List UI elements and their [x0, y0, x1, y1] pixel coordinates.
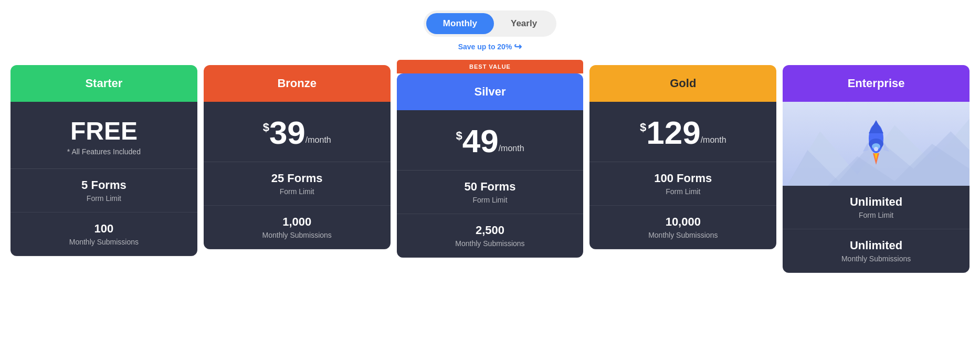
gold-plan-card: Gold $ 129 /month 100 Forms Form Limit 1…	[589, 65, 776, 249]
best-value-badge: BEST VALUE	[397, 60, 584, 73]
starter-submissions-row: 100 Monthly Submissions	[10, 213, 197, 256]
enterprise-plan-card: Enterprise	[783, 65, 970, 273]
bronze-price-amount: $ 39 /month	[212, 116, 382, 149]
silver-plan-wrapper: BEST VALUE Silver $ 49 /month 50 Forms F…	[397, 60, 584, 258]
starter-plan-card: Starter FREE * All Features Included 5 F…	[10, 65, 197, 256]
gold-price-amount: $ 129 /month	[598, 116, 768, 149]
enterprise-plan-name: Enterprise	[848, 77, 905, 90]
save-text-container: Save up to 20% ↪	[458, 41, 522, 52]
enterprise-header: Enterprise	[783, 65, 970, 102]
gold-submissions-label: Monthly Submissions	[598, 231, 768, 239]
starter-header: Starter	[10, 65, 197, 102]
gold-header: Gold	[589, 65, 776, 102]
starter-price-section: FREE * All Features Included	[10, 102, 197, 169]
svg-marker-4	[869, 120, 883, 133]
bronze-plan-card: Bronze $ 39 /month 25 Forms Form Limit 1…	[204, 65, 391, 249]
gold-price-period: /month	[701, 135, 726, 145]
silver-price-number: 49	[462, 125, 499, 157]
bronze-plan-body: $ 39 /month 25 Forms Form Limit 1,000 Mo…	[204, 102, 391, 249]
starter-submissions-label: Monthly Submissions	[19, 238, 189, 246]
silver-header: Silver	[397, 73, 584, 110]
enterprise-submissions-row: Unlimited Monthly Submissions	[783, 229, 970, 273]
enterprise-forms-value: Unlimited	[791, 195, 961, 209]
silver-submissions-label: Monthly Submissions	[405, 239, 575, 248]
enterprise-plan-body: Unlimited Form Limit Unlimited Monthly S…	[783, 186, 970, 273]
starter-price-sub: * All Features Included	[19, 147, 189, 156]
gold-forms-row: 100 Forms Form Limit	[589, 162, 776, 206]
enterprise-submissions-label: Monthly Submissions	[791, 254, 961, 263]
bronze-plan-name: Bronze	[277, 77, 317, 90]
silver-plan-card: Silver $ 49 /month 50 Forms Form Limit 2…	[397, 73, 584, 258]
bronze-submissions-value: 1,000	[212, 215, 382, 229]
starter-forms-value: 5 Forms	[19, 178, 189, 192]
enterprise-forms-label: Form Limit	[791, 211, 961, 219]
silver-price-dollar: $	[456, 129, 462, 143]
gold-price-number: 129	[646, 116, 700, 149]
gold-forms-value: 100 Forms	[598, 172, 768, 185]
bronze-price-period: /month	[305, 135, 331, 145]
starter-plan-name: Starter	[85, 77, 122, 90]
yearly-toggle-btn[interactable]: Yearly	[494, 13, 554, 34]
svg-marker-8	[883, 143, 889, 152]
enterprise-forms-row: Unlimited Form Limit	[783, 186, 970, 229]
svg-point-9	[874, 147, 878, 151]
svg-marker-7	[863, 143, 869, 152]
silver-submissions-value: 2,500	[405, 224, 575, 237]
enterprise-illustration	[783, 102, 970, 186]
bronze-price-dollar: $	[263, 121, 269, 134]
bronze-header: Bronze	[204, 65, 391, 102]
gold-forms-label: Form Limit	[598, 187, 768, 196]
monthly-toggle-btn[interactable]: Monthly	[426, 13, 494, 34]
silver-price-section: $ 49 /month	[397, 110, 584, 171]
starter-forms-label: Form Limit	[19, 194, 189, 203]
silver-plan-body: $ 49 /month 50 Forms Form Limit 2,500 Mo…	[397, 110, 584, 258]
silver-submissions-row: 2,500 Monthly Submissions	[397, 214, 584, 258]
starter-price-value: FREE	[19, 116, 189, 145]
starter-forms-row: 5 Forms Form Limit	[10, 169, 197, 213]
gold-submissions-row: 10,000 Monthly Submissions	[589, 206, 776, 249]
bronze-forms-row: 25 Forms Form Limit	[204, 162, 391, 206]
silver-forms-row: 50 Forms Form Limit	[397, 171, 584, 214]
gold-plan-name: Gold	[670, 77, 696, 90]
gold-plan-body: $ 129 /month 100 Forms Form Limit 10,000…	[589, 102, 776, 249]
gold-price-dollar: $	[640, 121, 646, 134]
enterprise-submissions-value: Unlimited	[791, 239, 961, 252]
bronze-forms-value: 25 Forms	[212, 172, 382, 185]
bronze-price-number: 39	[269, 116, 305, 149]
bronze-submissions-row: 1,000 Monthly Submissions	[204, 206, 391, 249]
bronze-submissions-label: Monthly Submissions	[212, 231, 382, 239]
rocket-icon	[860, 118, 892, 170]
silver-price-period: /month	[499, 144, 524, 153]
save-text: Save up to 20%	[458, 43, 512, 51]
starter-plan-body: FREE * All Features Included 5 Forms For…	[10, 102, 197, 256]
starter-submissions-value: 100	[19, 222, 189, 236]
billing-toggle: Monthly Yearly	[424, 10, 556, 37]
bronze-forms-label: Form Limit	[212, 187, 382, 196]
bronze-price-section: $ 39 /month	[204, 102, 391, 162]
plans-grid: Starter FREE * All Features Included 5 F…	[10, 65, 970, 273]
arrow-icon: ↪	[514, 41, 522, 52]
gold-price-section: $ 129 /month	[589, 102, 776, 162]
silver-plan-name: Silver	[475, 85, 506, 98]
silver-price-amount: $ 49 /month	[405, 125, 575, 157]
gold-submissions-value: 10,000	[598, 215, 768, 229]
silver-forms-value: 50 Forms	[405, 180, 575, 194]
silver-forms-label: Form Limit	[405, 196, 575, 204]
